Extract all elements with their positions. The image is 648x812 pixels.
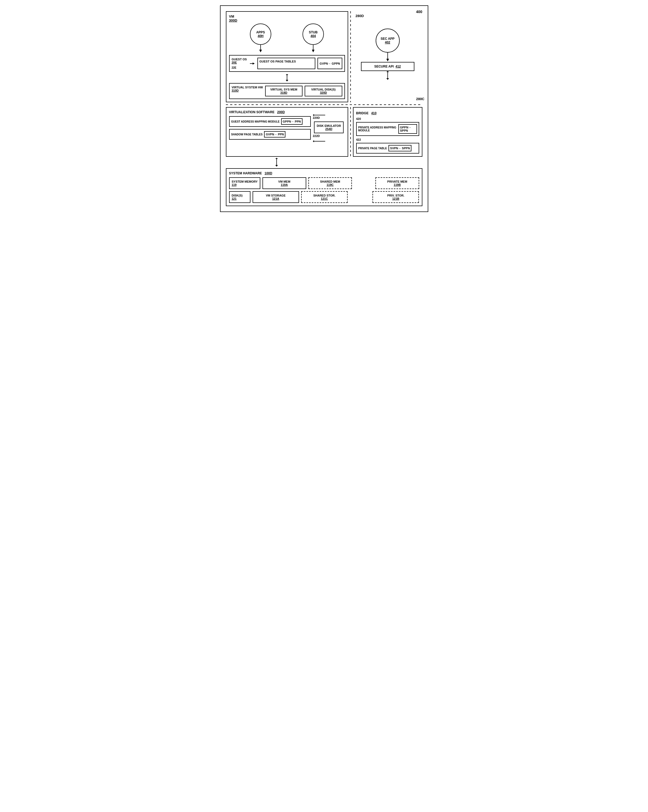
memory-row: SYSTEM MEMORY 119 VM MEM 119A SHARED MEM…: [229, 177, 419, 189]
vm-mem-box: VM MEM 119A: [262, 177, 306, 189]
disks-box: DISK(S) 121: [229, 191, 250, 203]
right-col-virt: 220D DISK EMULATOR 254D 222D: [313, 116, 345, 144]
virt-sw-label: VIRTUALIZATION SOFTWARE 200D: [229, 110, 345, 114]
virtual-hw-box: VIRTUAL SYSTEM HW 310D VIRTUAL SYS MEM 3…: [229, 83, 345, 99]
sec-app-group: SEC APP 402: [376, 29, 400, 62]
arrow-secureapi-down: [385, 71, 390, 80]
virt-sw-content: GUEST ADDRESS MAPPING MODULE GPPN→ PPN S…: [229, 116, 345, 144]
virt-sw-box: VIRTUALIZATION SOFTWARE 200D GUEST ADDRE…: [226, 107, 348, 157]
private-page-group: 422 PRIVATE PAGE TABLE SVPN→ SPPN: [356, 138, 419, 154]
guest-addr-label: GUEST ADDRESS MAPPING MODULE: [231, 120, 279, 123]
shared-mem-box: SHARED MEM 119C: [308, 177, 352, 189]
virtual-hw-row: VIRTUAL SYSTEM HW 310D VIRTUAL SYS MEM 3…: [232, 86, 342, 96]
sys-hw-label: SYSTEM HARDWARE 100D: [229, 171, 419, 175]
sec-app-circle: SEC APP 402: [376, 29, 400, 53]
diagram-container: 400 VM 300D APPS40H: [220, 5, 428, 212]
v-divider-top: [350, 11, 351, 102]
arrow-guestos-right: [250, 58, 255, 69]
vm-label: VM 300D: [229, 14, 345, 23]
arrow-secapp-down: [385, 53, 390, 62]
middle-section: VIRTUALIZATION SOFTWARE 200D GUEST ADDRE…: [226, 107, 422, 157]
left-col-virt: GUEST ADDRESS MAPPING MODULE GPPN→ PPN S…: [229, 116, 311, 144]
bi-arrow-middle-bottom: [226, 158, 422, 167]
virtual-sys-mem-box: VIRTUAL SYS MEM 318D: [265, 86, 302, 96]
sys-hw-box: SYSTEM HARDWARE 100D SYSTEM MEMORY 119 V…: [226, 168, 422, 206]
secure-api-box: SECURE API 412: [361, 62, 415, 71]
ref-422: 422: [356, 138, 419, 141]
top-section: VM 300D APPS40H: [226, 11, 422, 102]
right-top-region: 280D SEC APP 402 SECURE API 412: [353, 11, 422, 102]
private-page-table-box: PRIVATE PAGE TABLE SVPN→ SPPN: [356, 143, 419, 154]
virt-sys-hw-label: VIRTUAL SYSTEM HW 310D: [232, 86, 263, 96]
gppn-ppn-box: GPPN→ PPN: [281, 118, 302, 125]
svg-marker-8: [286, 80, 288, 81]
gvpn-ppn-box: GVPN→ PPN: [264, 131, 285, 137]
circles-row: APPS40H STUB404: [229, 23, 345, 53]
arrow-stub-down: [311, 45, 316, 53]
bridge-label: BRIDGE 410: [356, 111, 419, 115]
ref-420: 420: [356, 117, 419, 121]
svg-marker-6: [286, 74, 288, 75]
guest-os-region: GUEST OS 20E 22E: [229, 55, 345, 72]
bi-arrow-1: [229, 74, 345, 82]
svg-marker-10: [386, 59, 389, 61]
stub-circle: STUB404: [302, 23, 324, 45]
svg-marker-11: [386, 71, 389, 72]
svg-marker-20: [275, 165, 278, 166]
ref-222d: 222D: [313, 134, 320, 137]
apps-circle: APPS40H: [250, 23, 271, 45]
gppn-sppn-box: GPPN→ SPPN: [398, 124, 417, 134]
private-mem-box: PRIVATE MEM 119B: [375, 177, 419, 189]
svg-marker-13: [386, 78, 389, 80]
priv-stor-box: PRIV. STOR. 121B: [372, 191, 419, 203]
vm-box: VM 300D APPS40H: [226, 11, 348, 102]
arrow-222d: [313, 139, 326, 144]
shadow-page-label: SHADOW PAGE TABLES: [231, 133, 263, 136]
guest-addr-map-box: GUEST ADDRESS MAPPING MODULE GPPN→ PPN: [229, 116, 311, 127]
svg-marker-1: [259, 50, 262, 52]
svg-marker-5: [253, 63, 255, 65]
arrow-apps-down: [258, 45, 263, 53]
svg-marker-18: [275, 158, 278, 159]
apps-group: APPS40H: [250, 23, 271, 53]
bridge-box: 280C BRIDGE 410 420 PRIVATE ADDRESS MAPP…: [353, 107, 422, 157]
disk-emulator-box: DISK EMULATOR 254D: [314, 122, 344, 133]
vm-storage-box: VM STORAGE 121A: [253, 191, 299, 203]
sys-mem-box: SYSTEM MEMORY 119: [229, 177, 260, 189]
private-addr-label: PRIVATE ADDRESS MAPPING MODULE: [358, 126, 397, 132]
shadow-page-box: SHADOW PAGE TABLES GVPN→ PPN: [229, 129, 311, 140]
guest-os-row: GUEST OS 20E 22E: [232, 58, 342, 69]
gvpn-gppn-box: GVPN→ GPPN: [317, 58, 342, 69]
svg-marker-3: [312, 50, 314, 52]
arrow-220d: [313, 112, 326, 118]
private-addr-map-box: PRIVATE ADDRESS MAPPING MODULE GPPN→ SPP…: [356, 122, 419, 136]
private-addr-group: 420 PRIVATE ADDRESS MAPPING MODULE GPPN→…: [356, 117, 419, 136]
v-divider-middle: [350, 107, 351, 157]
storage-row: DISK(S) 121 VM STORAGE 121A SHARED STOR.…: [229, 191, 419, 203]
ref-22e: 22E: [232, 66, 248, 69]
shared-stor-box: SHARED STOR. 121C: [301, 191, 348, 203]
page-tables-box: GUEST OS PAGE TABLES: [258, 58, 316, 69]
private-page-label: PRIVATE PAGE TABLE: [358, 147, 387, 150]
virtual-disk-box: VIRTUAL DISK(S) 320D: [305, 86, 342, 96]
ref-280d: 280D: [356, 14, 364, 18]
h-divider-main: [226, 104, 422, 105]
svpn-sppn-box: SVPN→ SPPN: [389, 145, 412, 151]
ref-280c: 280C: [416, 97, 424, 101]
guest-os-label: GUEST OS 20E 22E: [232, 58, 248, 69]
stub-group: STUB404: [302, 23, 324, 53]
